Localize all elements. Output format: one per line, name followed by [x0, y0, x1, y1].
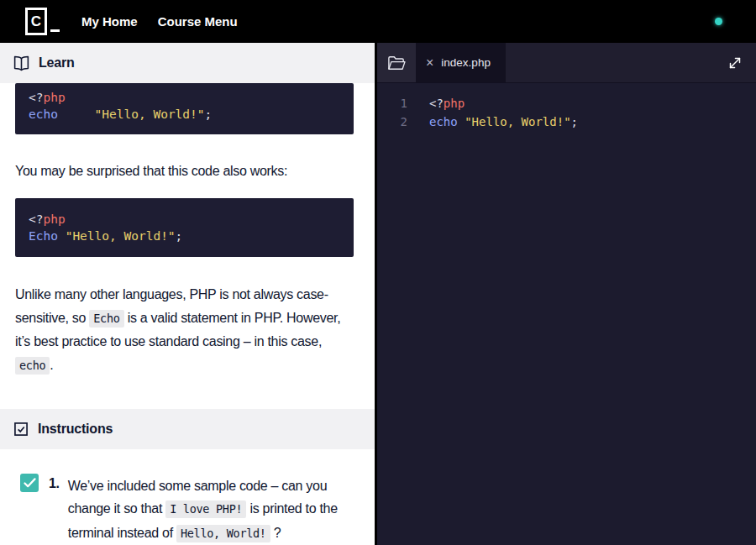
book-icon — [13, 55, 30, 71]
line-number: 1 — [377, 94, 407, 113]
main-split: Learn <?phpecho "Hello, World!"; You may… — [0, 43, 756, 545]
instruction-step-1: 1. We’ve included some sample code – can… — [0, 449, 375, 545]
expand-editor-button[interactable] — [721, 49, 749, 77]
lesson-panel: Learn <?phpecho "Hello, World!"; You may… — [0, 43, 375, 545]
codecademy-logo[interactable]: C — [25, 8, 60, 35]
logo-letter: C — [25, 8, 47, 35]
top-navigation-bar: C My Home Course Menu — [0, 0, 756, 43]
line-code: <?php — [429, 94, 465, 113]
lesson-gap — [0, 377, 375, 409]
learn-section-header: Learn — [0, 43, 375, 83]
editor-line: 2echo "Hello, World!"; — [377, 113, 756, 131]
check-icon — [24, 478, 36, 488]
inline-code: Hello, World! — [176, 525, 270, 542]
expand-icon — [726, 54, 744, 72]
inline-code: Echo — [89, 310, 123, 328]
instructions-title: Instructions — [38, 422, 113, 437]
lesson-paragraph: You may be surprised that this code also… — [15, 160, 354, 183]
inline-code: echo — [15, 357, 50, 375]
code-line: Echo "Hello, World!"; — [29, 228, 340, 244]
code-line: echo "Hello, World!"; — [29, 106, 340, 123]
nav-item-my-home[interactable]: My Home — [71, 6, 148, 37]
learn-title: Learn — [39, 55, 75, 71]
editor-tab-index-php[interactable]: × index.php — [416, 43, 506, 82]
tab-filename: index.php — [441, 56, 491, 69]
folder-icon — [387, 55, 406, 71]
step-text: We’ve included some sample code – can yo… — [68, 474, 360, 545]
logo-underscore — [50, 29, 60, 32]
step-checkbox-checked[interactable] — [20, 474, 39, 492]
top-nav: My Home Course Menu — [71, 6, 248, 37]
status-dot — [715, 18, 722, 25]
editor-toolbar: × index.php — [377, 43, 756, 83]
file-tree-button[interactable] — [377, 43, 416, 82]
instructions-section-header[interactable]: Instructions — [0, 409, 375, 449]
code-example-1: <?phpecho "Hello, World!"; — [15, 83, 354, 134]
code-editor-panel: × index.php 1<?php2echo "Hello, World!"; — [375, 43, 756, 545]
line-code: echo "Hello, World!"; — [429, 113, 578, 131]
nav-item-course-menu[interactable]: Course Menu — [148, 6, 248, 37]
editor-line: 1<?php — [377, 94, 756, 113]
code-example-2: <?phpEcho "Hello, World!"; — [15, 198, 354, 257]
code-editor-area[interactable]: 1<?php2echo "Hello, World!"; — [377, 83, 756, 545]
close-tab-icon[interactable]: × — [426, 56, 433, 70]
code-line: <?php — [29, 89, 340, 106]
code-line: <?php — [29, 211, 340, 228]
step-number: 1. — [49, 476, 60, 491]
lesson-paragraph: Unlike many other languages, PHP is not … — [15, 283, 354, 377]
line-number: 2 — [377, 113, 407, 131]
checkbox-icon — [13, 421, 29, 438]
lesson-content: <?phpecho "Hello, World!"; You may be su… — [0, 83, 375, 377]
inline-code: I love PHP! — [165, 500, 246, 518]
